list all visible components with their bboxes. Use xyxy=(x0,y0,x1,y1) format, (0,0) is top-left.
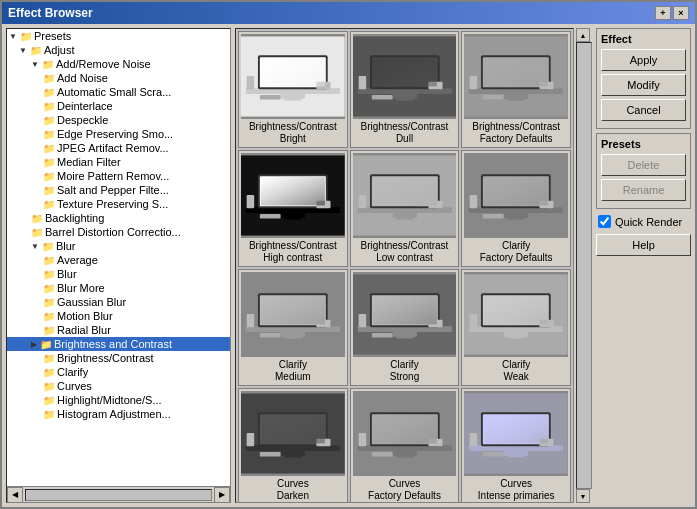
svg-rect-69 xyxy=(261,296,325,324)
thumb-item-curves-darken[interactable]: CurvesDarken xyxy=(238,388,348,502)
folder-icon-motion: 📁 xyxy=(43,311,55,322)
close-button[interactable]: × xyxy=(673,6,689,20)
tree-item-bc-item[interactable]: 📁 Brightness/Contrast xyxy=(7,351,231,365)
tree-scroll-container: ▼ 📁 Presets ▼ 📁 Adjust ▼ 📁 Add/Remo xyxy=(6,28,231,503)
tree-item-barrel[interactable]: 📁 Barrel Distortion Correctio... xyxy=(7,225,231,239)
svg-rect-113 xyxy=(508,455,525,458)
tree-item-blur-item[interactable]: 📁 Blur xyxy=(7,267,231,281)
svg-rect-88 xyxy=(470,314,478,327)
scroll-left-btn[interactable]: ◀ xyxy=(7,487,23,503)
svg-rect-106 xyxy=(372,452,393,457)
svg-rect-19 xyxy=(372,58,436,86)
tree-label-auto-scratches: Automatic Small Scra... xyxy=(57,86,171,98)
thumb-label-curves-intense: CurvesIntense primaries xyxy=(464,478,568,502)
scroll-up-btn[interactable]: ▲ xyxy=(576,28,590,42)
tree-item-brightness-contrast[interactable]: ▶ 📁 Brightness and Contrast xyxy=(7,337,231,351)
thumb-item-bc-factory[interactable]: Brightness/ContrastFactory Defaults xyxy=(461,31,571,148)
thumb-item-clarify-strong[interactable]: ClarifyStrong xyxy=(350,269,460,386)
thumbnails-area[interactable]: Brightness/ContrastBright Brig xyxy=(236,29,573,502)
tree-item-gaussian[interactable]: 📁 Gaussian Blur xyxy=(7,295,231,309)
thumb-image-clarify-medium xyxy=(241,272,345,357)
folder-icon-moire: 📁 xyxy=(43,171,55,182)
svg-rect-9 xyxy=(261,58,325,86)
svg-rect-59 xyxy=(484,177,548,205)
expand-icon-bc: ▶ xyxy=(31,340,37,349)
thumb-item-clarify-weak[interactable]: ClarifyWeak xyxy=(461,269,571,386)
folder-icon-curves: 📁 xyxy=(43,381,55,392)
tree-item-motion-blur[interactable]: 📁 Motion Blur xyxy=(7,309,231,323)
svg-rect-16 xyxy=(372,95,393,100)
effect-group: Effect Apply Modify Cancel xyxy=(596,28,691,129)
thumb-label-clarify-strong: ClarifyStrong xyxy=(353,359,457,383)
thumb-label-clarify-medium: ClarifyMedium xyxy=(241,359,345,383)
tree-item-moire[interactable]: 📁 Moire Pattern Remov... xyxy=(7,169,231,183)
thumb-item-bc-bright[interactable]: Brightness/ContrastBright xyxy=(238,31,348,148)
folder-icon-average: 📁 xyxy=(43,255,55,266)
tree-item-salt-pepper[interactable]: 📁 Salt and Pepper Filte... xyxy=(7,183,231,197)
scroll-right-btn[interactable]: ▶ xyxy=(214,487,230,503)
thumb-item-clarify-factory[interactable]: ClarifyFactory Defaults xyxy=(461,150,571,267)
tree-item-presets[interactable]: ▼ 📁 Presets xyxy=(7,29,231,43)
thumb-label-clarify-factory: ClarifyFactory Defaults xyxy=(464,240,568,264)
thumb-item-clarify-medium[interactable]: ClarifyMedium xyxy=(238,269,348,386)
svg-rect-46 xyxy=(372,214,393,219)
h-scroll-track[interactable] xyxy=(25,489,212,501)
thumb-item-bc-dull[interactable]: Brightness/ContrastDull xyxy=(350,31,460,148)
tree-item-despeckle[interactable]: 📁 Despeckle xyxy=(7,113,231,127)
folder-icon-salt: 📁 xyxy=(43,185,55,196)
tree-label-moire: Moire Pattern Remov... xyxy=(57,170,169,182)
scroll-down-btn[interactable]: ▼ xyxy=(576,489,590,503)
tree-item-texture-preserving[interactable]: 📁 Texture Preserving S... xyxy=(7,197,231,211)
thumb-item-bc-lowcontrast[interactable]: Brightness/ContrastLow contrast xyxy=(350,150,460,267)
folder-icon-edge: 📁 xyxy=(43,129,55,140)
tree-item-clarify[interactable]: 📁 Clarify xyxy=(7,365,231,379)
thumb-item-curves-factory[interactable]: CurvesFactory Defaults xyxy=(350,388,460,502)
svg-rect-89 xyxy=(484,296,548,324)
tree-item-auto-scratches[interactable]: 📁 Automatic Small Scra... xyxy=(7,85,231,99)
thumb-image-bc-dull xyxy=(353,34,457,119)
tree-item-histogram[interactable]: 📁 Histogram Adjustmen... xyxy=(7,407,231,421)
tree-label-deinterlace: Deinterlace xyxy=(57,100,113,112)
maximize-button[interactable]: + xyxy=(655,6,671,20)
svg-rect-66 xyxy=(260,333,281,338)
folder-icon-blur-item: 📁 xyxy=(43,269,55,280)
folder-icon-hms: 📁 xyxy=(43,395,55,406)
apply-button[interactable]: Apply xyxy=(601,49,686,71)
tree-item-median-filter[interactable]: 📁 Median Filter xyxy=(7,155,231,169)
tree-label-bc: Brightness and Contrast xyxy=(54,338,172,350)
svg-rect-18 xyxy=(358,76,366,89)
modify-button[interactable]: Modify xyxy=(601,74,686,96)
tree-label-noise: Add/Remove Noise xyxy=(56,58,151,70)
effect-browser-window: Effect Browser + × ▼ 📁 Presets ▼ xyxy=(0,0,697,509)
tree-item-backlighting[interactable]: 📁 Backlighting xyxy=(7,211,231,225)
thumb-item-bc-highcontrast[interactable]: Brightness/ContrastHigh contrast xyxy=(238,150,348,267)
tree-item-average[interactable]: 📁 Average xyxy=(7,253,231,267)
tree-label-bc-item: Brightness/Contrast xyxy=(57,352,154,364)
tree-item-add-remove-noise[interactable]: ▼ 📁 Add/Remove Noise xyxy=(7,57,231,71)
right-panel: Effect Apply Modify Cancel Presets Delet… xyxy=(596,28,691,503)
folder-icon-adjust: 📁 xyxy=(30,45,42,56)
tree-item-edge-preserving[interactable]: 📁 Edge Preserving Smo... xyxy=(7,127,231,141)
tree-item-deinterlace[interactable]: 📁 Deinterlace xyxy=(7,99,231,113)
tree-item-add-noise[interactable]: 📁 Add Noise xyxy=(7,71,231,85)
folder-icon-radial: 📁 xyxy=(43,325,55,336)
tree-item-blur-more[interactable]: 📁 Blur More xyxy=(7,281,231,295)
tree-item-curves[interactable]: 📁 Curves xyxy=(7,379,231,393)
v-scroll-track[interactable] xyxy=(576,42,592,489)
tree-item-adjust[interactable]: ▼ 📁 Adjust xyxy=(7,43,231,57)
svg-rect-48 xyxy=(358,195,366,208)
svg-rect-58 xyxy=(470,195,478,208)
tree-item-radial-blur[interactable]: 📁 Radial Blur xyxy=(7,323,231,337)
tree-item-blur[interactable]: ▼ 📁 Blur xyxy=(7,239,231,253)
tree-item-jpeg-artifact[interactable]: 📁 JPEG Artifact Remov... xyxy=(7,141,231,155)
delete-button[interactable]: Delete xyxy=(601,154,686,176)
help-button[interactable]: Help xyxy=(596,234,691,256)
folder-icon-gaussian: 📁 xyxy=(43,297,55,308)
thumb-item-curves-intense[interactable]: CurvesIntense primaries xyxy=(461,388,571,502)
tree-item-highlight-midtone[interactable]: 📁 Highlight/Midtone/S... xyxy=(7,393,231,407)
quick-render-checkbox[interactable] xyxy=(598,215,611,228)
rename-button[interactable]: Rename xyxy=(601,179,686,201)
quick-render-label: Quick Render xyxy=(615,216,682,228)
cancel-button[interactable]: Cancel xyxy=(601,99,686,121)
quick-render-row: Quick Render xyxy=(596,213,691,230)
